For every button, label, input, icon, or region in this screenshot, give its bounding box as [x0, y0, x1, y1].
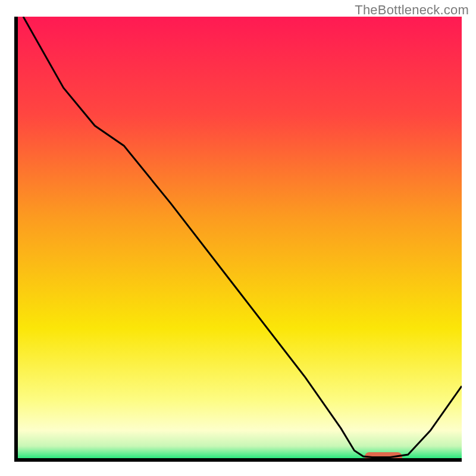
- watermark-text: TheBottleneck.com: [355, 2, 469, 18]
- chart-root: TheBottleneck.com: [0, 0, 476, 476]
- gradient-background: [14, 17, 462, 462]
- bottleneck-chart: [14, 17, 462, 462]
- plot-frame: [14, 17, 462, 462]
